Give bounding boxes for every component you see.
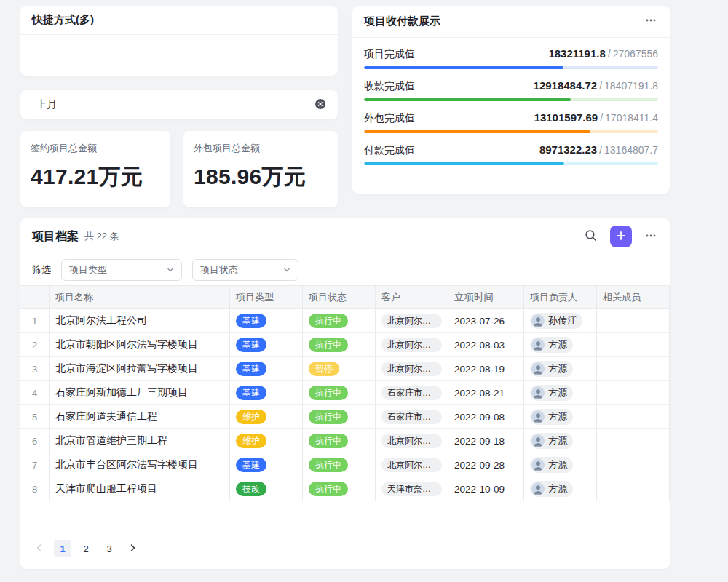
metric-separator: / (600, 112, 603, 124)
row-index: 7 (20, 453, 50, 477)
progress-track (364, 162, 658, 165)
project-name: 北京市朝阳区阿尔法写字楼项目 (55, 338, 198, 351)
project-type-cell: 基建 (230, 453, 303, 477)
table-row[interactable]: 1 北京阿尔法工程公司 基建 执行中 北京阿尔法… 2023-07-26 (20, 309, 670, 333)
filter-value: 项目状态 (200, 263, 238, 276)
table-row[interactable]: 6 北京市管道维护三期工程 维护 执行中 北京阿尔法… 2022-09-18 (20, 429, 670, 453)
pagination-prev[interactable] (31, 540, 48, 557)
metric-label: 项目完成值 (364, 48, 415, 61)
metric-values: 18321191.8/27067556 (548, 47, 658, 60)
project-status-badge: 执行中 (309, 434, 348, 448)
pagination-page-1[interactable]: 1 (54, 540, 71, 557)
ellipsis-icon (645, 15, 657, 28)
project-type-badge: 维护 (236, 410, 266, 424)
project-status-cell: 执行中 (303, 381, 376, 404)
row-index: 4 (20, 381, 50, 404)
project-status-filter[interactable]: 项目状态 (192, 259, 298, 281)
members-cell (597, 309, 670, 332)
customer-tag: 北京阿尔法… (381, 362, 442, 376)
filter-row: 筛选 项目类型 项目状态 (20, 255, 670, 285)
stat-card-outsourced-amount: 外包项目总金额 185.96万元 (183, 131, 338, 207)
start-date-cell: 2022-08-21 (448, 381, 524, 404)
start-date-cell: 2022-08-19 (448, 357, 524, 380)
project-status-badge: 暂停 (309, 362, 339, 376)
pagination-page-2[interactable]: 2 (77, 540, 95, 557)
members-cell (597, 477, 670, 501)
table-row[interactable]: 3 北京市海淀区阿拉蕾写字楼项目 基建 暂停 北京阿尔法… 2022-08-19 (20, 357, 670, 381)
metric-row: 付款完成值 8971322.23/13164807.7 (364, 143, 658, 165)
members-cell (597, 357, 670, 380)
header-start-date: 立项时间 (448, 286, 524, 308)
project-type-filter[interactable]: 项目类型 (61, 259, 182, 281)
more-button[interactable] (644, 228, 658, 245)
project-status-badge: 执行中 (309, 338, 348, 352)
project-type-cell: 基建 (230, 333, 303, 356)
add-record-button[interactable] (610, 226, 632, 247)
header-customer: 客户 (376, 286, 448, 308)
project-type-cell: 维护 (230, 429, 303, 453)
project-status-cell: 暂停 (303, 357, 376, 380)
owner-name: 孙传江 (548, 314, 577, 327)
payments-card-title: 项目收付款展示 (364, 15, 440, 28)
chevron-down-icon (167, 265, 174, 276)
project-type-cell: 维护 (230, 405, 303, 428)
table-row[interactable]: 8 天津市爬山服工程项目 技改 执行中 天津市奈文… 2022-10-09 (20, 477, 670, 501)
header-index (20, 286, 50, 308)
table-row[interactable]: 2 北京市朝阳区阿尔法写字楼项目 基建 执行中 北京阿尔法… 2022-08-0… (20, 333, 670, 357)
project-type-badge: 基建 (236, 338, 266, 352)
avatar (531, 458, 545, 471)
table-row[interactable]: 4 石家庄阿斯加德工厂三期项目 基建 执行中 石家庄市A… 2022-08-21 (20, 381, 670, 405)
metric-values: 12918484.72/18407191.8 (534, 79, 658, 92)
table-header-row: 项目名称 项目类型 项目状态 客户 立项时间 项目负责人 相关成员 (20, 285, 670, 309)
pagination-next[interactable] (124, 540, 141, 557)
project-status-cell: 执行中 (303, 405, 376, 428)
search-button[interactable] (583, 228, 598, 245)
stat-value: 185.96万元 (194, 162, 328, 192)
period-filter-label: 上月 (36, 98, 57, 111)
row-index: 3 (20, 357, 50, 380)
payments-card: 项目收付款展示 项目完成值 18321191.8/27067556 (352, 6, 670, 194)
owner-cell: 孙传江 (524, 309, 597, 332)
project-status-badge: 执行中 (309, 314, 348, 328)
start-date-cell: 2022-09-28 (448, 453, 524, 477)
owner-name: 方源 (548, 410, 567, 423)
table-row[interactable]: 5 石家庄阿道夫通信工程 维护 执行中 石家庄市A县 2022-09-08 (20, 405, 670, 429)
avatar (531, 362, 545, 375)
owner-cell: 方源 (524, 357, 597, 380)
progress-fill (364, 66, 563, 69)
metric-label: 收款完成值 (364, 80, 415, 93)
avatar (531, 314, 545, 327)
metric-label: 外包完成值 (364, 112, 415, 125)
metric-total-value: 18407191.8 (604, 80, 658, 92)
customer-cell: 石家庄市A… (376, 381, 448, 404)
customer-cell: 北京阿尔法… (376, 453, 448, 477)
customer-tag: 石家庄市A县 (381, 410, 442, 424)
customer-tag: 石家庄市A… (381, 386, 442, 400)
project-status-cell: 执行中 (303, 429, 376, 453)
customer-cell: 北京阿尔法… (376, 429, 448, 453)
clear-filter-button[interactable] (314, 99, 326, 111)
pagination-page-3[interactable]: 3 (100, 540, 118, 557)
table-row[interactable]: 7 北京市丰台区阿尔法写字楼项目 基建 执行中 北京阿尔法… 2022-09-2… (20, 453, 670, 477)
project-name: 石家庄阿道夫通信工程 (55, 410, 157, 423)
shortcuts-card-header: 快捷方式(多) (20, 6, 338, 35)
stat-value: 417.21万元 (31, 162, 160, 192)
row-index: 5 (20, 405, 50, 428)
chevron-down-icon (283, 265, 290, 276)
search-icon (585, 229, 597, 244)
metric-row: 项目完成值 18321191.8/27067556 (364, 47, 658, 69)
owner-pill: 方源 (530, 385, 573, 401)
progress-fill (364, 130, 590, 133)
project-type-badge: 基建 (236, 362, 266, 376)
members-cell (597, 381, 670, 404)
owner-name: 方源 (548, 458, 567, 471)
owner-name: 方源 (548, 434, 567, 447)
period-filter-chip: 上月 (20, 90, 338, 119)
table-body: 1 北京阿尔法工程公司 基建 执行中 北京阿尔法… 2023-07-26 (20, 309, 670, 501)
shortcuts-card-title: 快捷方式(多) (32, 13, 94, 27)
more-button[interactable] (644, 13, 658, 30)
metric-values: 8971322.23/13164807.7 (539, 143, 658, 156)
stat-cards-row: 签约项目总金额 417.21万元 外包项目总金额 185.96万元 (20, 131, 338, 207)
top-section: 快捷方式(多) 上月 签约项目总金额 417.21万元 外包项目总金 (20, 6, 670, 207)
metric-values: 13101597.69/17018411.4 (534, 111, 658, 124)
